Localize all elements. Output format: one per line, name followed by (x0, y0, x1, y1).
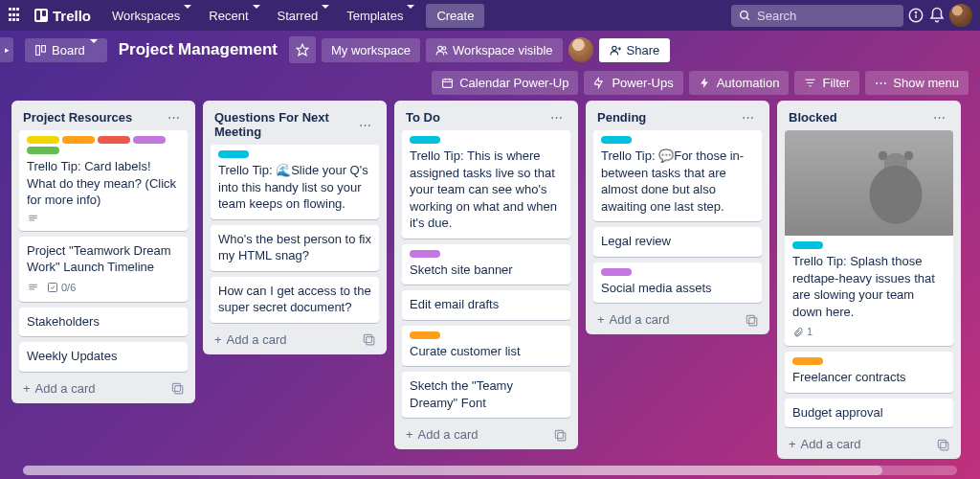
card[interactable]: Curate customer list (402, 326, 570, 367)
card-text: Sketch site banner (410, 262, 563, 279)
card[interactable]: Trello Tip: Card labels! What do they me… (19, 130, 188, 231)
card-template-icon[interactable] (745, 313, 758, 327)
card[interactable]: Trello Tip: 💬For those in-between tasks … (593, 130, 762, 221)
label-red[interactable] (98, 136, 130, 144)
member-avatar[interactable] (568, 37, 593, 62)
powerups-button[interactable]: Power-Ups (584, 71, 682, 95)
card-labels (601, 268, 754, 276)
show-menu-button[interactable]: ⋯Show menu (865, 71, 969, 95)
card-text: Trello Tip: Card labels! What do they me… (27, 158, 180, 209)
card-text: Edit email drafts (410, 296, 563, 313)
nav-recent[interactable]: Recent (201, 5, 267, 27)
card[interactable]: Weekly Updates (19, 342, 188, 372)
board-view-button[interactable]: Board (25, 38, 107, 62)
svg-point-0 (741, 11, 748, 18)
list: Blocked⋯Trello Tip: Splash those redtape… (777, 101, 961, 459)
card-template-icon[interactable] (362, 332, 375, 346)
board-canvas[interactable]: Project Resources⋯Trello Tip: Card label… (0, 101, 980, 476)
card[interactable]: Social media assets (593, 262, 762, 304)
card-labels (218, 150, 371, 158)
label-orange[interactable] (62, 136, 95, 144)
card[interactable]: Sketch site banner (402, 244, 570, 285)
card-template-icon[interactable] (553, 428, 567, 442)
list-menu-button[interactable]: ⋯ (355, 118, 375, 132)
card[interactable]: Sketch the "Teamy Dreamy" Font (402, 372, 570, 418)
plus-icon: + (214, 332, 222, 347)
trello-logo[interactable]: Trello (34, 8, 91, 24)
card[interactable]: Freelancer contracts (785, 352, 953, 393)
list-title[interactable]: To Do (406, 110, 440, 125)
card[interactable]: Budget approval (785, 399, 953, 428)
svg-rect-32 (558, 433, 566, 441)
add-card-button[interactable]: +Add a card (19, 377, 188, 396)
label-yellow[interactable] (27, 136, 59, 144)
sidebar-collapse-button[interactable]: ▸ (0, 37, 13, 62)
label-sky[interactable] (601, 136, 632, 144)
add-card-button[interactable]: +Add a card (785, 433, 953, 451)
filter-button[interactable]: Filter (794, 71, 859, 95)
label-sky[interactable] (218, 150, 249, 158)
svg-line-1 (746, 17, 749, 20)
card-template-icon[interactable] (936, 438, 949, 451)
list-menu-button[interactable]: ⋯ (546, 110, 567, 125)
card[interactable]: Who's the best person to fix my HTML sna… (211, 225, 379, 271)
apps-icon[interactable] (8, 7, 25, 24)
list-title[interactable]: Questions For Next Meeting (214, 110, 355, 139)
label-sky[interactable] (792, 241, 823, 249)
card[interactable]: Legal review (593, 227, 762, 257)
user-avatar[interactable] (949, 4, 972, 27)
add-card-button[interactable]: +Add a card (593, 308, 762, 327)
list-title[interactable]: Project Resources (23, 110, 132, 125)
info-icon[interactable] (907, 7, 924, 24)
list-menu-button[interactable]: ⋯ (929, 110, 949, 125)
horizontal-scrollbar[interactable] (23, 466, 957, 475)
calendar-powerup-button[interactable]: Calendar Power-Up (432, 71, 578, 95)
card[interactable]: Edit email drafts (402, 290, 570, 320)
search-box[interactable] (731, 5, 903, 27)
card[interactable]: Trello Tip: This is where assigned tasks… (402, 130, 570, 239)
card-text: Budget approval (792, 404, 946, 422)
label-purple[interactable] (133, 136, 166, 144)
card-text: Freelancer contracts (792, 369, 946, 386)
card-text: Trello Tip: This is where assigned tasks… (410, 148, 563, 232)
list-menu-button[interactable]: ⋯ (164, 110, 184, 125)
svg-rect-31 (555, 430, 563, 438)
svg-rect-5 (36, 45, 40, 55)
star-button[interactable] (289, 36, 316, 63)
label-orange[interactable] (792, 357, 823, 365)
nav-templates[interactable]: Templates (339, 5, 422, 27)
share-button[interactable]: Share (599, 38, 671, 62)
notifications-icon[interactable] (928, 7, 946, 24)
automation-button[interactable]: Automation (689, 71, 790, 95)
label-purple[interactable] (601, 268, 632, 276)
svg-rect-6 (42, 45, 46, 52)
card-text: Trello Tip: 💬For those in-between tasks … (601, 148, 754, 215)
create-button[interactable]: Create (426, 4, 484, 28)
add-card-button[interactable]: +Add a card (402, 423, 570, 442)
list: Questions For Next Meeting⋯Trello Tip: 🌊… (203, 101, 387, 354)
nav-starred[interactable]: Starred (270, 5, 338, 27)
card-labels (410, 331, 563, 339)
label-green[interactable] (27, 147, 59, 154)
svg-rect-33 (746, 315, 754, 323)
card[interactable]: Stakeholders (19, 308, 188, 337)
card-text: Sketch the "Teamy Dreamy" Font (410, 377, 563, 411)
card-template-icon[interactable] (170, 381, 184, 395)
nav-workspaces[interactable]: Workspaces (104, 5, 199, 27)
label-purple[interactable] (410, 250, 440, 258)
card[interactable]: Trello Tip: 🌊Slide your Q's into this ha… (211, 145, 379, 219)
list-menu-button[interactable]: ⋯ (738, 110, 758, 125)
card[interactable]: Project "Teamwork Dream Work" Launch Tim… (19, 237, 188, 302)
card-text: Trello Tip: 🌊Slide your Q's into this ha… (218, 162, 371, 213)
add-card-button[interactable]: +Add a card (211, 329, 379, 347)
list-title[interactable]: Pending (597, 110, 646, 125)
card[interactable]: Trello Tip: Splash those redtape-heavy i… (785, 130, 953, 346)
workspace-button[interactable]: My workspace (322, 38, 420, 62)
card[interactable]: How can I get access to the super secret… (211, 277, 379, 323)
list-title[interactable]: Blocked (789, 110, 837, 125)
visibility-button[interactable]: Workspace visible (426, 38, 563, 62)
search-input[interactable] (757, 9, 896, 23)
label-sky[interactable] (410, 136, 440, 144)
label-orange[interactable] (410, 331, 440, 339)
board-title[interactable]: Project Management (113, 40, 283, 59)
